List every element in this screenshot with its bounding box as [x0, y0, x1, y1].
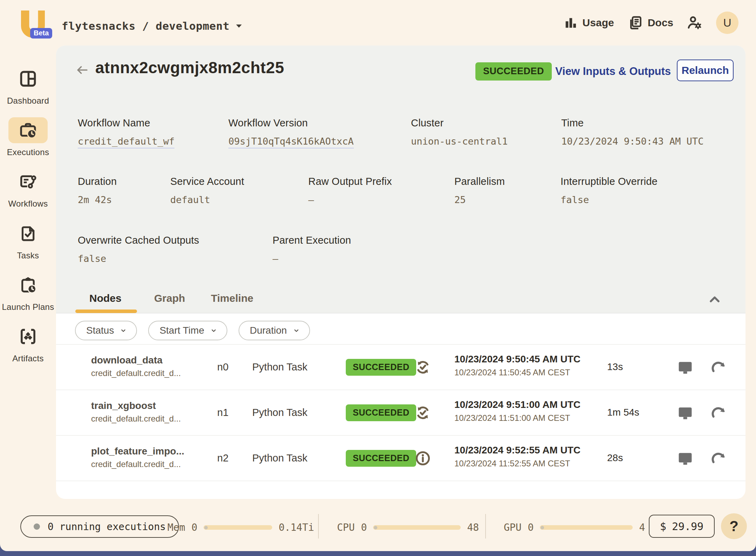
app-window: Beta flytesnacks / development Usage	[0, 0, 756, 551]
tab-timeline[interactable]: Timeline	[211, 292, 253, 304]
node-start-utc: 10/23/2024 9:50:45 AM UTC	[454, 354, 580, 365]
sidebar-nav: Dashboard Executions	[0, 46, 56, 551]
memory-label: Mem	[167, 522, 185, 533]
view-logs-button[interactable]	[676, 450, 694, 468]
active-highlight	[8, 117, 48, 143]
filter-status[interactable]: Status	[75, 321, 137, 340]
filter-start-time-label: Start Time	[159, 325, 204, 336]
sidebar-label-dashboard: Dashboard	[7, 95, 49, 106]
tab-graph[interactable]: Graph	[154, 292, 185, 304]
meta-cluster: Cluster union-us-central1	[411, 117, 508, 147]
node-row-plot-feature-importance[interactable]: plot_feature_impo... credit_default.cred…	[56, 435, 745, 481]
sidebar-item-artifacts[interactable]: Artifacts	[0, 324, 56, 364]
meta-label: Overwrite Cached Outputs	[78, 235, 199, 246]
sidebar-item-launch-plans[interactable]: Launch Plans	[0, 272, 56, 312]
node-package: credit_default.credit_d...	[91, 459, 181, 469]
memory-bar	[204, 525, 272, 530]
admin-button[interactable]	[687, 15, 703, 31]
usage-button[interactable]: Usage	[564, 16, 614, 30]
launch-plans-icon	[18, 275, 38, 295]
meta-value: credit_default_wf	[78, 136, 174, 148]
node-id: n0	[217, 361, 228, 373]
union-logo[interactable]: Beta	[18, 8, 57, 40]
running-executions-button[interactable]: 0 running executions	[20, 515, 179, 538]
dollar-icon: $	[660, 520, 666, 533]
node-start-time: 10/23/2024 9:51:00 AM UTC 10/23/2024 11:…	[454, 399, 580, 423]
table-footer-spacer	[56, 481, 745, 499]
monitor-icon	[676, 404, 694, 422]
meta-value: default	[170, 194, 244, 205]
meta-workflow-name: Workflow Name credit_default_wf	[78, 117, 174, 147]
meta-value: union-us-central1	[411, 136, 508, 147]
node-start-local: 10/23/2024 11:52:55 AM CEST	[454, 459, 580, 468]
workflow-version-link[interactable]: 09sjT10qTq4sK16kAOtxcA	[228, 136, 354, 147]
monitor-icon	[676, 450, 694, 468]
cpu-meter: CPU 0 48	[337, 522, 479, 533]
relaunch-button[interactable]: Relaunch	[677, 60, 734, 81]
rerun-node-button[interactable]	[709, 359, 727, 377]
view-inputs-outputs-link[interactable]: View Inputs & Outputs	[555, 65, 671, 78]
top-bar: Beta flytesnacks / development Usage	[0, 0, 756, 46]
meta-value: 10/23/2024 9:50:43 AM UTC	[561, 136, 703, 147]
sidebar-label-workflows: Workflows	[8, 198, 48, 209]
rerun-node-button[interactable]	[709, 450, 727, 468]
cpu-current: 0	[361, 522, 367, 533]
node-status-badge: SUCCEEDED	[346, 450, 416, 467]
admin-icon	[687, 15, 703, 31]
filter-start-time[interactable]: Start Time	[148, 321, 227, 340]
cached-icon[interactable]	[414, 404, 432, 422]
cpu-capacity: 48	[467, 522, 479, 533]
meta-raw-output-prefix: Raw Output Prefix –	[308, 176, 392, 205]
sidebar-label-artifacts: Artifacts	[12, 353, 43, 364]
sidebar-item-tasks[interactable]: Tasks	[0, 221, 56, 261]
breadcrumb-text: flytesnacks / development	[62, 20, 229, 32]
meta-value: –	[308, 194, 392, 205]
node-package: credit_default.credit_d...	[91, 414, 181, 424]
node-name-link[interactable]: plot_feature_impo...	[91, 446, 184, 457]
user-avatar[interactable]: U	[716, 12, 738, 34]
breadcrumb[interactable]: flytesnacks / development	[62, 20, 242, 32]
docs-button[interactable]: Docs	[627, 15, 673, 30]
node-row-train-xgboost[interactable]: train_xgboost credit_default.credit_d...…	[56, 390, 745, 435]
node-name-link[interactable]: train_xgboost	[91, 400, 156, 411]
tab-nodes[interactable]: Nodes	[89, 292, 122, 304]
workflow-name-link[interactable]: credit_default_wf	[78, 136, 174, 147]
help-button[interactable]: ?	[721, 513, 747, 539]
workflows-icon	[18, 172, 38, 192]
cpu-bar	[373, 525, 461, 530]
meta-interruptible-override: Interruptible Override false	[561, 176, 658, 205]
node-id: n2	[217, 452, 228, 464]
meta-label: Cluster	[411, 117, 508, 129]
cached-icon[interactable]	[414, 359, 432, 376]
sidebar-item-executions[interactable]: Executions	[0, 117, 56, 158]
meta-label: Parallelism	[454, 176, 505, 187]
node-id: n1	[217, 407, 228, 418]
filter-duration[interactable]: Duration	[239, 321, 310, 340]
meta-value: 25	[454, 194, 505, 205]
node-filters: Status Start Time Duration	[75, 321, 310, 340]
sidebar-item-dashboard[interactable]: Dashboard	[0, 66, 56, 106]
redo-icon	[709, 359, 727, 377]
view-logs-button[interactable]	[676, 404, 694, 422]
back-button[interactable]	[74, 62, 90, 78]
usage-label: Usage	[583, 17, 614, 29]
meta-service-account: Service Account default	[170, 176, 244, 205]
cost-amount: 29.99	[672, 520, 703, 533]
chevron-down-icon	[293, 327, 300, 334]
sidebar-item-workflows[interactable]: Workflows	[0, 169, 56, 209]
info-icon[interactable]	[414, 450, 432, 467]
node-name-link[interactable]: download_data	[91, 355, 163, 366]
meta-parallelism: Parallelism 25	[454, 176, 505, 205]
node-start-utc: 10/23/2024 9:51:00 AM UTC	[454, 399, 580, 410]
chevron-up-icon	[707, 292, 722, 307]
node-row-download-data[interactable]: download_data credit_default.credit_d...…	[56, 344, 745, 390]
node-type: Python Task	[252, 407, 307, 418]
back-arrow-icon	[74, 62, 90, 78]
collapse-panel-button[interactable]	[707, 292, 722, 307]
view-logs-button[interactable]	[676, 359, 694, 377]
node-start-time: 10/23/2024 9:50:45 AM UTC 10/23/2024 11:…	[454, 354, 580, 377]
memory-meter: Mem 0 0.14Ti	[167, 522, 314, 533]
cost-button[interactable]: $ 29.99	[649, 515, 715, 538]
rerun-node-button[interactable]	[709, 404, 727, 422]
usage-icon	[564, 16, 578, 30]
